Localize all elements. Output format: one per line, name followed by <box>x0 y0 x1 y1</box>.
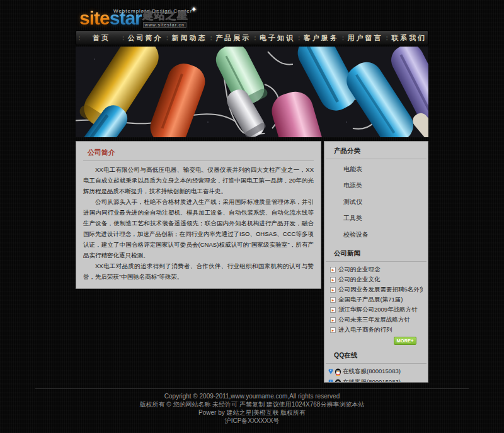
qq-bubble-icon <box>328 380 333 383</box>
qq-penguin-icon <box>335 379 341 383</box>
news-bullet-icon: ▸ <box>330 277 336 283</box>
qq-service-link[interactable]: 在线客服(800015083) <box>328 377 424 383</box>
news-bullet-icon: ▸ <box>330 297 336 303</box>
nav-item-home[interactable]: 首页 <box>83 33 120 43</box>
qq-penguin-icon <box>335 368 341 376</box>
nav-item-service[interactable]: 客户服务 <box>302 33 340 43</box>
nav-cell: :首页 <box>76 31 120 45</box>
footer-icp-line: 沪ICP备XXXXXX号 <box>35 417 469 425</box>
nav-separator: : <box>384 35 390 42</box>
qq-service-label: 在线客服(800015083) <box>343 378 401 383</box>
news-item[interactable]: ▸公司未来三年发展战略方针 <box>330 315 423 325</box>
nav-item-contact[interactable]: 联系我们 <box>390 33 428 43</box>
nav-separator: : <box>252 35 258 42</box>
news-item[interactable]: ▸浙江华辉公司2009年战略方针 <box>330 305 423 315</box>
hero-banner-capacitors-image <box>76 47 428 137</box>
news-item[interactable]: ▸全国电子产品展(第71届) <box>330 295 423 305</box>
logo-word-site: site <box>79 8 110 28</box>
news-bullet-icon: ▸ <box>330 317 336 323</box>
nav-separator: : <box>340 35 346 42</box>
nav-item-knowledge[interactable]: 电子知识 <box>258 33 296 43</box>
category-item-power-supply[interactable]: 电源类 <box>324 177 428 194</box>
page-footer: Copyright © 2009-2011,www.yourname.com,A… <box>35 388 469 425</box>
nav-item-news[interactable]: 新闻动态 <box>171 33 209 43</box>
page-container: Webtemplate Design Center sitestar ✦ 建站之… <box>76 0 428 383</box>
category-item-tester[interactable]: 测试仪 <box>324 194 428 210</box>
news-bullet-icon: ▸ <box>330 287 336 293</box>
nav-cell: :联系我们 <box>384 31 428 45</box>
qq-service-label: 在线客服(800015083) <box>343 368 401 376</box>
news-item-label: 公司的企业理念 <box>338 266 381 274</box>
nav-cell: :公司简介 <box>120 31 164 45</box>
nav-separator: : <box>296 35 302 42</box>
nav-separator: : <box>76 35 83 42</box>
nav-cell: :客户服务 <box>296 31 340 45</box>
sidebar: 产品分类 电能表 电源类 测试仪 工具类 校验设备 公司新闻 ▸公司的企业理念 … <box>324 141 428 383</box>
footer-copyright-line: Copyright © 2009-2011,www.yourname.com,A… <box>35 392 469 400</box>
nav-separator: : <box>208 35 214 42</box>
product-categories-title: 产品分类 <box>326 142 427 159</box>
news-more-button[interactable]: MORE+ <box>394 337 416 345</box>
sparkle-icon: ✦ <box>191 5 197 14</box>
logo-url: www.sitestar.cn <box>143 22 186 28</box>
news-item[interactable]: ▸公司因业务发展需要招聘5名外贸... <box>330 284 423 295</box>
category-item-tools[interactable]: 工具类 <box>324 210 428 227</box>
sitestar-logo[interactable]: Webtemplate Design Center sitestar ✦ 建站之… <box>76 9 428 28</box>
main-nav: :首页 :公司简介 :新闻动态 :产品展示 :电子知识 :客户服务 :用户留言 … <box>76 30 428 45</box>
news-item-label: 全国电子产品展(第71届) <box>338 296 403 304</box>
news-item[interactable]: ▸公司的企业理念 <box>330 264 423 274</box>
news-item-label: 公司的企业文化 <box>338 276 381 284</box>
nav-item-company[interactable]: 公司简介 <box>127 33 164 43</box>
intro-paragraph: XX电工有限公司与高低压电器、输变电、仪器仪表并列的四大支柱产业之一，XX电工自… <box>83 164 314 196</box>
nav-cell: :用户留言 <box>340 31 384 45</box>
main-content-row: 公司简介 XX电工有限公司与高低压电器、输变电、仪器仪表并列的四大支柱产业之一，… <box>76 141 428 383</box>
qq-online-list: 在线客服(800015083) 在线客服(800015083) <box>324 364 428 383</box>
nav-item-products[interactable]: 产品展示 <box>214 33 252 43</box>
nav-cell: :产品展示 <box>208 31 252 45</box>
nav-cell: :电子知识 <box>252 31 296 45</box>
company-intro-title: 公司简介 <box>83 145 314 161</box>
footer-powered-by-line: Power by 建站之星|美橙互联 版权所有 <box>35 408 469 417</box>
logo-chinese-name: 建站之星 <box>143 9 188 21</box>
company-news-title: 公司新闻 <box>326 244 427 262</box>
category-item-calibration[interactable]: 校验设备 <box>324 227 428 243</box>
intro-paragraph: 公司从源头入手，杜绝不合格材质进入生产线；采用国际标准质量管理体系，并引进国内同… <box>83 196 314 261</box>
news-bullet-icon: ▸ <box>330 267 336 273</box>
news-bullet-icon: ▸ <box>330 307 336 313</box>
news-item-label: 公司未来三年发展战略方针 <box>338 316 410 324</box>
news-bullet-icon: ▸ <box>330 327 336 333</box>
company-intro-panel: 公司简介 XX电工有限公司与高低压电器、输变电、仪器仪表并列的四大支柱产业之一，… <box>76 141 321 289</box>
news-item-label: 进入电子商务的行列 <box>338 326 392 334</box>
news-item-label: 公司因业务发展需要招聘5名外贸... <box>338 286 423 294</box>
nav-cell: :新闻动态 <box>164 31 209 45</box>
company-news-list: ▸公司的企业理念 ▸公司的企业文化 ▸公司因业务发展需要招聘5名外贸... ▸全… <box>324 262 428 345</box>
nav-separator: : <box>164 35 171 42</box>
logo-chinese-block: ✦ 建站之星 www.sitestar.cn <box>143 10 197 28</box>
qq-online-title: QQ在线 <box>326 346 427 364</box>
qq-service-link[interactable]: 在线客服(800015083) <box>328 366 424 377</box>
nav-item-message[interactable]: 用户留言 <box>346 33 384 43</box>
product-category-list: 电能表 电源类 测试仪 工具类 校验设备 <box>324 159 428 244</box>
qq-bubble-icon <box>328 369 333 374</box>
news-item[interactable]: ▸公司的企业文化 <box>330 274 423 284</box>
footer-rights-line: 版权所有 © 您的网站名称 未经许可 严禁复制 建议使用1024X768分辨率浏… <box>35 400 469 408</box>
category-item-energy-meter[interactable]: 电能表 <box>324 161 428 177</box>
site-header: Webtemplate Design Center sitestar ✦ 建站之… <box>76 0 428 30</box>
nav-separator: : <box>120 35 127 42</box>
intro-paragraph: XX电工对品质的追求得到了消费者、合作伙伴、行业组织和国家机构的认可与赞誉，先后… <box>83 261 314 282</box>
news-item[interactable]: ▸进入电子商务的行列 <box>330 325 423 335</box>
news-item-label: 浙江华辉公司2009年战略方针 <box>338 306 418 314</box>
